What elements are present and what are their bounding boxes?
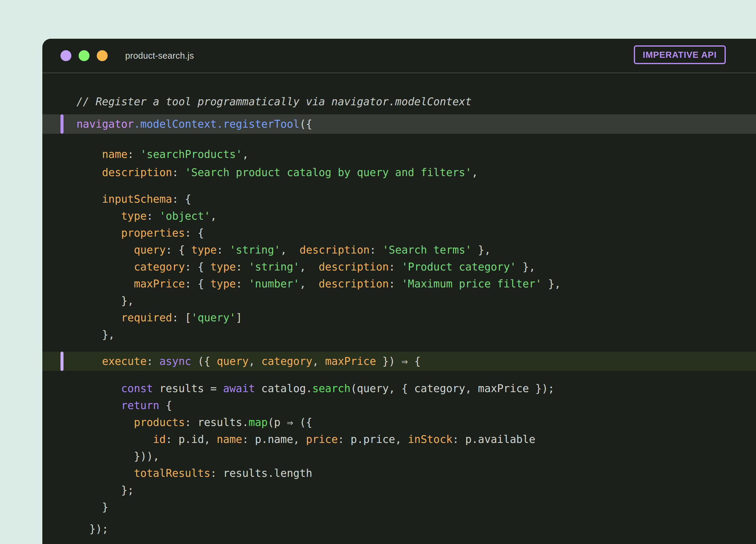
- code-line-close-execute: }: [42, 499, 756, 516]
- code-token: price: [306, 433, 338, 445]
- code-token: description: [102, 166, 172, 178]
- code-token: {: [159, 399, 172, 412]
- window-control-minimize[interactable]: [79, 50, 90, 61]
- code-token: ]: [236, 312, 242, 324]
- code-token: },: [542, 278, 561, 290]
- window-control-close[interactable]: [60, 50, 71, 61]
- code-token: category: [261, 355, 312, 367]
- code-token: description: [319, 278, 389, 290]
- code-line-products: products: results.map(p ⇒ ({: [42, 414, 756, 431]
- code-line-description: description: 'Search product catalog by …: [42, 164, 756, 181]
- code-token: return: [121, 399, 159, 412]
- code-token: }: [102, 501, 108, 513]
- code-token: ,: [210, 210, 217, 222]
- code-token: .modelContext.registerTool: [134, 118, 300, 130]
- code-token: })),: [134, 450, 159, 462]
- code-token: type: [210, 261, 236, 273]
- code-token: : p.id,: [166, 433, 217, 445]
- code-token: 'number': [249, 278, 300, 290]
- code-token: :: [389, 278, 402, 290]
- code-token: id: [153, 433, 166, 445]
- code-token: inputSchema: [102, 193, 172, 205]
- code-line-properties: properties: {: [42, 224, 756, 241]
- code-token: : p.available: [452, 433, 535, 445]
- code-token: 'searchProducts': [140, 148, 242, 160]
- code-token: search: [312, 383, 350, 395]
- code-line-required: required: ['query']: [42, 309, 756, 326]
- code-token: };: [121, 484, 134, 496]
- code-token: type: [121, 210, 147, 222]
- code-token: required: [121, 312, 172, 324]
- code-token: },: [121, 295, 134, 307]
- code-token: description: [319, 261, 389, 273]
- code-token: :: [389, 261, 402, 273]
- code-token: properties: [121, 227, 185, 239]
- code-line-query: query: { type: 'string', description: 'S…: [42, 241, 756, 258]
- code-block: // Register a tool programmatically via …: [42, 73, 756, 537]
- code-token: navigator: [77, 118, 134, 130]
- code-token: :: [236, 278, 249, 290]
- code-token: // Register a tool programmatically via …: [77, 96, 471, 108]
- code-token: async: [159, 355, 191, 367]
- code-token: 'Search product catalog by query and fil…: [185, 166, 471, 178]
- code-token: totalResults: [134, 467, 210, 479]
- code-token: : [: [172, 312, 191, 324]
- code-token: ,: [280, 244, 299, 256]
- code-token: map: [249, 416, 268, 428]
- code-token: description: [300, 244, 370, 256]
- code-token: });: [89, 523, 108, 535]
- code-line-product-fields: id: p.id, name: p.name, price: p.price, …: [42, 431, 756, 448]
- code-token: type: [210, 278, 236, 290]
- code-token: execute: [102, 355, 147, 367]
- code-line-type: type: 'object',: [42, 207, 756, 224]
- code-token: },: [516, 261, 535, 273]
- window-control-maximize[interactable]: [97, 50, 108, 61]
- code-line-close-return: };: [42, 482, 756, 499]
- code-token: ,: [242, 148, 249, 160]
- code-token: : {: [185, 227, 204, 239]
- code-token: maxPrice: [325, 355, 376, 367]
- code-line-register-tool: navigator.modelContext.registerTool({: [42, 114, 756, 134]
- code-token: ,: [300, 278, 319, 290]
- page-background: product-search.js IMPERATIVE API // Regi…: [0, 0, 756, 544]
- code-token: results =: [153, 383, 223, 395]
- code-token: name: [217, 433, 242, 445]
- code-line-execute: execute: async ({ query, category, maxPr…: [42, 352, 756, 371]
- code-line-return: return {: [42, 397, 756, 414]
- code-token: query: [134, 244, 166, 256]
- code-token: ,: [312, 355, 325, 367]
- code-token: ,: [300, 261, 319, 273]
- code-token: ,: [249, 355, 261, 367]
- code-token: await: [223, 383, 255, 395]
- code-token: : {: [172, 193, 191, 205]
- code-token: : {: [185, 278, 210, 290]
- code-token: : p.name,: [242, 433, 306, 445]
- code-token: 'object': [159, 210, 210, 222]
- code-token: category: [134, 261, 185, 273]
- comment-line: // Register a tool programmatically via …: [42, 93, 756, 110]
- code-token: 'query': [191, 312, 236, 324]
- code-token: const: [121, 383, 153, 395]
- code-token: },: [472, 244, 491, 256]
- code-token: :: [370, 244, 382, 256]
- code-token: ({: [300, 118, 312, 130]
- code-token: : {: [166, 244, 191, 256]
- code-token: : p.price,: [338, 433, 408, 445]
- code-line-total-results: totalResults: results.length: [42, 465, 756, 482]
- code-line-close-schema: },: [42, 326, 756, 343]
- code-token: 'Maximum price filter': [402, 278, 542, 290]
- window-title: product-search.js: [125, 51, 194, 61]
- code-token: 'Product category': [402, 261, 516, 273]
- code-token: :: [128, 148, 140, 160]
- code-line-close-properties: },: [42, 292, 756, 309]
- code-token: products: [134, 416, 185, 428]
- code-token: :: [236, 261, 249, 273]
- api-badge: IMPERATIVE API: [634, 45, 726, 64]
- code-editor-window: product-search.js IMPERATIVE API // Regi…: [42, 39, 756, 544]
- code-token: :: [147, 210, 159, 222]
- code-token: name: [102, 148, 127, 160]
- code-token: maxPrice: [134, 278, 185, 290]
- code-token: :: [147, 355, 159, 367]
- code-token: 'string': [230, 244, 281, 256]
- window-titlebar: product-search.js IMPERATIVE API: [42, 39, 756, 73]
